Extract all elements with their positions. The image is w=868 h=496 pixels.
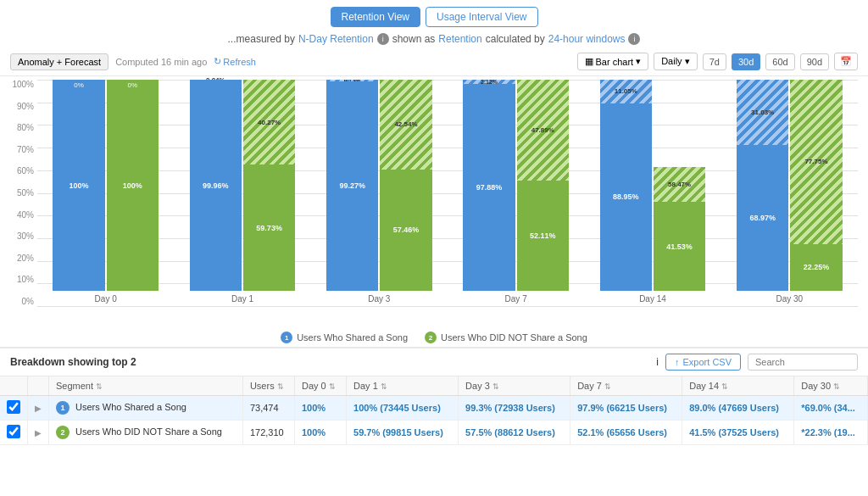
table-row: ▶ 1 Users Who Shared a Song 73,474 100% … <box>0 396 868 421</box>
period-btn[interactable]: Daily ▾ <box>654 53 698 70</box>
anomaly-forecast-btn[interactable]: Anomaly + Forecast <box>10 53 108 70</box>
row2-day3: 57.5% (88612 Users) <box>459 421 570 445</box>
period-label: Daily <box>661 56 682 66</box>
breakdown-header: Breakdown showing top 2 i ↑ Export CSV <box>0 348 868 376</box>
day-0-group: 100% 0% 100% 0% Day 0 <box>37 80 174 306</box>
windows-link[interactable]: 24-hour windows <box>548 33 626 45</box>
chart-type-chevron: ▾ <box>636 56 641 67</box>
legend-badge-2: 2 <box>425 332 437 343</box>
day7-label: Day 7 <box>505 294 527 304</box>
row2-users: 172,310 <box>242 421 294 445</box>
th-day3[interactable]: Day 3 ⇅ <box>459 376 570 396</box>
export-icon: ↑ <box>675 357 680 367</box>
row2-day1: 59.7% (99815 Users) <box>347 421 459 445</box>
day0-label: Day 0 <box>95 294 117 304</box>
toolbar-left: Anomaly + Forecast Computed 16 min ago ↻… <box>10 53 570 70</box>
chart-legend: 1 Users Who Shared a Song 2 Users Who DI… <box>0 326 868 347</box>
row1-day14: 89.0% (47669 Users) <box>682 396 794 421</box>
day-30-group: 31.03% 68.97% 77.75% 22.25% Day 30 <box>721 80 858 306</box>
row1-day30: *69.0% (34... <box>794 396 868 421</box>
day1-bar-green-wrap: 40.27% 59.73% <box>243 80 295 291</box>
th-day1[interactable]: Day 1 ⇅ <box>347 376 459 396</box>
view-toggle: Retention View Usage Interval View <box>0 0 868 31</box>
day-30d-btn[interactable]: 30d <box>732 53 760 70</box>
y-axis: 100% 90% 80% 70% 60% 50% 40% 30% 20% 10%… <box>10 80 37 306</box>
n-day-retention-link[interactable]: N-Day Retention <box>298 33 374 45</box>
row2-badge: 2 <box>56 426 70 439</box>
export-csv-btn[interactable]: ↑ Export CSV <box>665 354 741 371</box>
n-day-info-icon[interactable]: i <box>377 33 389 45</box>
refresh-label: Refresh <box>223 57 256 67</box>
retention-view-btn[interactable]: Retention View <box>331 7 421 27</box>
legend-label-1: Users Who Shared a Song <box>297 332 408 343</box>
day14-label: Day 14 <box>639 294 666 304</box>
th-day14[interactable]: Day 14 ⇅ <box>682 376 794 396</box>
day1-label: Day 1 <box>231 294 253 304</box>
retention-link[interactable]: Retention <box>438 33 481 45</box>
shown-as-text: shown as <box>392 33 436 45</box>
row1-day0: 100% <box>294 396 346 421</box>
chart-type-label: Bar chart <box>596 57 634 67</box>
row2-day7: 52.1% (65656 Users) <box>570 421 682 445</box>
th-day30[interactable]: Day 30 ⇅ <box>794 376 868 396</box>
search-input[interactable] <box>748 354 858 371</box>
day30-bar-green-wrap: 77.75% 22.25% <box>790 80 842 291</box>
chart-type-btn[interactable]: ▦ Bar chart ▾ <box>577 53 649 70</box>
row2-day30: *22.3% (19... <box>794 421 868 445</box>
th-segment[interactable]: Segment ⇅ <box>49 376 243 396</box>
period-chevron: ▾ <box>685 56 690 66</box>
row1-segment: 1 Users Who Shared a Song <box>49 396 243 421</box>
toolbar-right: ▦ Bar chart ▾ Daily ▾ 7d 30d 60d 90d 📅 <box>577 53 858 70</box>
row2-segment: 2 Users Who DID NOT Share a Song <box>49 421 243 445</box>
row2-day0: 100% <box>294 421 346 445</box>
refresh-icon: ↻ <box>214 56 221 67</box>
breakdown-title: Breakdown showing top 2 <box>10 356 649 368</box>
breakdown-table: Segment ⇅ Users ⇅ Day 0 ⇅ Day 1 ⇅ Day 3 … <box>0 376 868 445</box>
day30-bar-blue-wrap: 31.03% 68.97% <box>737 80 788 291</box>
day-60d-btn[interactable]: 60d <box>765 53 794 70</box>
legend-badge-1: 1 <box>281 332 292 343</box>
day14-bar-green-wrap: 58.47% 41.53% <box>654 167 705 291</box>
measured-by-text: ...measured by <box>228 33 295 45</box>
row1-badge: 1 <box>56 401 70 415</box>
th-expand <box>28 376 49 396</box>
row1-day1: 100% (73445 Users) <box>347 396 459 421</box>
row2-expand[interactable]: ▶ <box>28 421 49 445</box>
day-3-group: 0.73% 99.27% 42.54% 57.46% Day 3 <box>311 80 448 306</box>
legend-item-2: 2 Users Who DID NOT Share a Song <box>425 332 587 343</box>
th-checkbox <box>0 376 28 396</box>
bar-chart-icon: ▦ <box>585 56 593 67</box>
day30-label: Day 30 <box>776 294 803 304</box>
breakdown-section: Breakdown showing top 2 i ↑ Export CSV S… <box>0 347 868 445</box>
day-1-group: 0.04% 99.96% 40.27% 59.73% Day 1 <box>174 80 310 306</box>
th-users[interactable]: Users ⇅ <box>242 376 294 396</box>
calculated-by-text: calculated by <box>486 33 545 45</box>
day0-bar-blue: 100% 0% <box>53 80 104 291</box>
row2-checkbox[interactable] <box>0 421 28 445</box>
table-row: ▶ 2 Users Who DID NOT Share a Song 172,3… <box>0 421 868 445</box>
row1-day7: 97.9% (66215 Users) <box>570 396 682 421</box>
row1-checkbox[interactable] <box>0 396 28 421</box>
day-14-group: 11.05% 88.95% 58.47% 41.53% <box>584 80 721 306</box>
chart-area: 100% 90% 80% 70% 60% 50% 40% 30% 20% 10%… <box>0 76 868 326</box>
row2-segment-label: Users Who DID NOT Share a Song <box>75 426 222 437</box>
export-calendar-btn[interactable]: 📅 <box>834 53 858 70</box>
bars-container: 100% 0% 100% 0% Day 0 0.04% 99.96% <box>37 80 858 306</box>
row1-day3: 99.3% (72938 Users) <box>459 396 570 421</box>
refresh-btn[interactable]: ↻ Refresh <box>214 56 256 67</box>
row1-segment-label: Users Who Shared a Song <box>75 402 186 412</box>
breakdown-info-icon[interactable]: i <box>656 356 659 368</box>
th-day0[interactable]: Day 0 ⇅ <box>294 376 346 396</box>
usage-interval-view-btn[interactable]: Usage Interval View <box>426 7 538 27</box>
day7-bar-green-wrap: 47.89% 52.11% <box>517 80 569 291</box>
day3-label: Day 3 <box>368 294 390 304</box>
sub-bar: ...measured by N-Day Retention i shown a… <box>0 31 868 47</box>
row1-expand[interactable]: ▶ <box>28 396 49 421</box>
day1-bar-blue-wrap: 0.04% 99.96% <box>190 80 242 291</box>
breakdown-table-container: Segment ⇅ Users ⇅ Day 0 ⇅ Day 1 ⇅ Day 3 … <box>0 376 868 445</box>
th-day7[interactable]: Day 7 ⇅ <box>570 376 682 396</box>
windows-info-icon[interactable]: i <box>628 33 640 45</box>
legend-item-1: 1 Users Who Shared a Song <box>281 332 408 343</box>
day-90d-btn[interactable]: 90d <box>800 53 829 70</box>
day-7d-btn[interactable]: 7d <box>703 53 726 70</box>
